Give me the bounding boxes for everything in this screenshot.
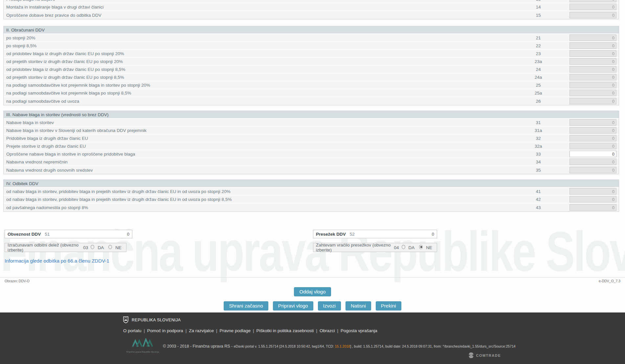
section-header: III. Nabave blaga in storitev (vrednosti… (4, 111, 619, 119)
footer-link-separator: | (186, 328, 187, 333)
row-value-input (569, 4, 616, 10)
row-value-input (569, 196, 616, 203)
odbitni-delez-da-radio[interactable] (91, 245, 94, 249)
row-label: od nabav blaga in storitev, pridobitev b… (4, 197, 522, 202)
secondary-buttons-row: Shrani začasnoPripravi vlogoIzvoziNatisn… (0, 301, 625, 310)
odbitni-delez-ne-radio[interactable] (108, 245, 112, 249)
table-row: od pridobitev blaga iz drugih držav član… (4, 66, 619, 74)
table-row: od nabav blaga in storitev, pridobitev b… (4, 188, 619, 196)
footer-link-pomo-in-podpora[interactable]: Pomoč in podpora (147, 328, 183, 333)
table-row: Oproščene nabave blaga in storitve in op… (4, 150, 619, 158)
row-label: na podlagi samoobdavčitve kot prejemnik … (4, 83, 522, 88)
vracilo-presezkov-code: 04 (394, 245, 399, 250)
footer-link-o-portalu[interactable]: O portalu (123, 328, 142, 333)
row-value-input (569, 159, 616, 165)
row-label: Pridobitve blaga iz drugih držav članic … (4, 136, 522, 141)
obveznost-ddv-label: Obveznost DDV (8, 232, 41, 237)
table-row: po stopnji 20% 21 (4, 34, 619, 42)
row-code: 14 (522, 5, 555, 10)
footer-link-pi-kotki-in-politika-zasebnosti[interactable]: Piškotki in politika zasebnosti (257, 328, 314, 333)
natisni-button[interactable]: Natisni (346, 301, 371, 310)
version-tcd-date: 15.1.2018 (335, 344, 350, 348)
portal-version-text: eDavki portal v. 1.55.1.25714 [24.5.2018… (234, 344, 516, 348)
row-value-input (569, 82, 616, 88)
vracilo-presezkov-choice-box: Zahtevam vračilo presežkov (obvezno izbe… (313, 243, 437, 252)
row-code: 26 (522, 99, 555, 104)
row-label: na podlagi samoobdavčitve kot prejemnik … (4, 91, 522, 96)
republika-slovenija-label: REPUBLIKA SLOVENIJA (132, 318, 181, 322)
row-value-input (569, 50, 616, 57)
table-row: od nabav blaga in storitev, pridobitev b… (4, 196, 619, 203)
row-code: 34 (522, 160, 555, 164)
table-row: Prejete storitve iz drugih držav članic … (4, 142, 619, 150)
row-label: po stopnji 20% (4, 35, 522, 40)
presezek-ddv-box: Presežek DDV 52 0 (313, 230, 437, 238)
row-code: 41 (522, 189, 555, 194)
row-code: 24 (522, 67, 555, 72)
row-code: 32 (522, 136, 555, 141)
vracilo-presezkov-label: Zahtevam vračilo presežkov (obvezno izbe… (316, 243, 391, 252)
table-row: Prodaja blaga na daljavo 13 (4, 0, 619, 3)
presezek-ddv-code: 52 (350, 232, 355, 237)
vracilo-presezkov-ne-radio[interactable] (419, 245, 423, 249)
presezek-ddv-label: Presežek DDV (316, 232, 346, 237)
shrani-za-asno-button[interactable]: Shrani začasno (224, 301, 268, 310)
footer-link-za-razvijalce[interactable]: Za razvijalce (189, 328, 214, 333)
row-code: 22 (522, 43, 555, 48)
row-label: od nabav blaga in storitev, pridobitev b… (4, 189, 522, 194)
table-row: Nabavna vrednost nepremičnin 34 (4, 158, 619, 166)
row-code: 43 (522, 205, 555, 210)
version-pre: eDavki portal v. 1.55.1.25714 [24.5.2018… (234, 344, 335, 348)
table-row: Nabave blaga in storitev 31 (4, 119, 619, 127)
row-value-input (569, 188, 616, 195)
obveznost-ddv-box: Obveznost DDV 51 0 (5, 230, 132, 238)
table-row: od pavšalnega nadomestila po stopnji 8% … (4, 203, 619, 211)
row-label: Prejete storitve iz drugih držav članic … (4, 144, 522, 149)
row-code: 23 (522, 51, 555, 56)
obveznost-ddv-code: 51 (45, 232, 50, 237)
row-value-input (569, 34, 616, 41)
row-label: od pridobitev blaga iz drugih držav član… (4, 67, 522, 72)
vat-form-tables: Prodaja blaga na daljavo 13 Montaža in i… (3, 0, 619, 212)
row-label: od prejetih storitev iz drugih držav čla… (4, 59, 522, 64)
row-code: 21 (522, 35, 555, 40)
row-label: Nabave blaga in storitev v Sloveniji od … (4, 128, 522, 133)
row-value-input (569, 135, 616, 141)
slovenia-coat-of-arms-icon (123, 316, 128, 323)
row-label: po stopnji 8,5% (4, 43, 522, 48)
vat-table-section-2: II. Obračunani DDV po stopnji 20% 21 po … (3, 26, 619, 105)
vracilo-presezkov-da-radio[interactable] (402, 245, 405, 249)
row-code: 15 (522, 13, 555, 18)
row-code: 31 (522, 120, 555, 125)
row-code: 31a (522, 128, 555, 133)
vracilo-presezkov-ne-label: NE (426, 245, 432, 250)
footer-link-obrazci[interactable]: Obrazci (320, 328, 335, 333)
table-row: Montaža in instaliranje blaga v drugi dr… (4, 3, 619, 11)
odbitni-delez-choice-box: Izračunavam odbitni delež (obvezno izber… (5, 243, 126, 252)
row-label: Nabave blaga in storitev (4, 120, 522, 125)
furs-logo: Finančna uprava Republike Slovenije (126, 338, 159, 353)
row-value-input (569, 167, 616, 173)
row-label: Nabavna vrednost drugih osnovnih sredste… (4, 168, 522, 173)
vat-table-section-4: IV. Odbitek DDV od nabav blaga in storit… (3, 180, 619, 212)
info-odbitek-link[interactable]: Informacija glede odbitka po 66.a členu … (5, 258, 109, 264)
row-label: na podlagi samoobdavčitve od uvoza (4, 99, 522, 104)
table-row: od pridobitev blaga iz drugih držav član… (4, 50, 619, 58)
footer-link-pogosta-vpra-anja[interactable]: Pogosta vprašanja (341, 328, 377, 333)
izvozi-button[interactable]: Izvozi (318, 301, 341, 310)
footer-link-pravne-podlage[interactable]: Pravne podlage (219, 328, 251, 333)
row-value-input[interactable] (569, 151, 616, 157)
row-value-input (569, 42, 616, 49)
table-row: na podlagi samoobdavčitve kot prejemnik … (4, 81, 619, 89)
footer-link-separator: | (216, 328, 217, 333)
row-label: Nabavna vrednost nepremičnin (4, 160, 522, 164)
form-version-label: e-DDV_O_7.3 (599, 279, 620, 283)
pripravi-vlogo-button[interactable]: Pripravi vlogo (273, 301, 313, 310)
oddaj-vlogo-button[interactable]: Oddaj vlogo (294, 287, 331, 296)
odbitni-delez-ne-label: NE (115, 245, 122, 250)
prekini-button[interactable]: Prekini (376, 301, 401, 310)
obveznost-ddv-value: 0 (50, 232, 132, 237)
furs-logo-caption: Finančna uprava Republike Slovenije (126, 351, 159, 353)
table-row: na podlagi samoobdavčitve od uvoza 26 (4, 97, 619, 105)
row-value-input (569, 119, 616, 126)
